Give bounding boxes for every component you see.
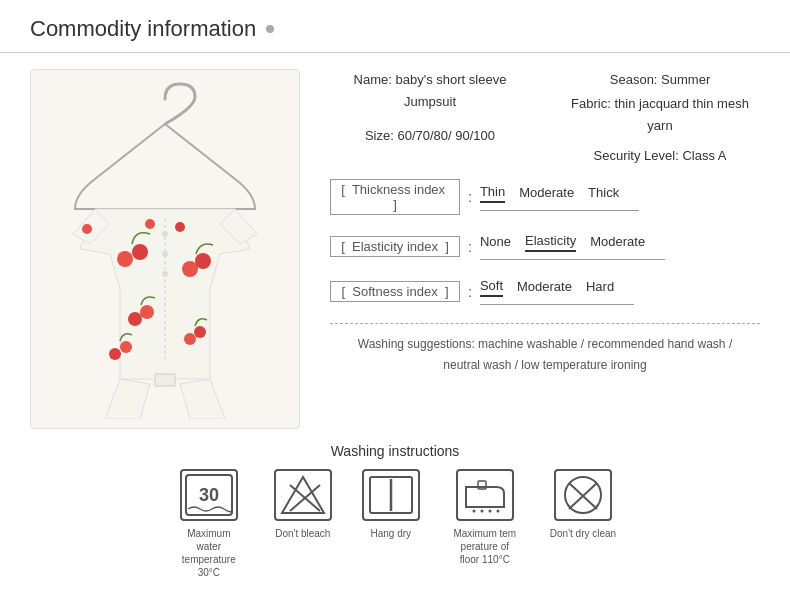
svg-point-11 bbox=[194, 326, 206, 338]
wash-hang-dry-label: Hang dry bbox=[371, 527, 412, 540]
svg-point-27 bbox=[480, 510, 483, 513]
thickness-opt-thin: Thin bbox=[480, 184, 505, 203]
fabric-line: Fabric: thin jacquard thin mesh yarn bbox=[560, 93, 760, 137]
svg-point-12 bbox=[109, 348, 121, 360]
security-line: Security Level: Class A bbox=[560, 145, 760, 167]
elasticity-index-label: [ Elasticity index ] bbox=[330, 236, 460, 257]
softness-bracket-close: ] bbox=[445, 284, 449, 299]
page-header: Commodity information bbox=[0, 0, 790, 53]
svg-point-10 bbox=[184, 333, 196, 345]
svg-rect-17 bbox=[155, 374, 175, 386]
softness-opt-hard: Hard bbox=[586, 279, 614, 296]
svg-point-29 bbox=[496, 510, 499, 513]
info-right: Season: Summer Fabric: thin jacquard thi… bbox=[560, 69, 760, 167]
name-value: baby's short sleeve Jumpsuit bbox=[396, 72, 507, 109]
wash-no-dry-clean-label: Don't dry clean bbox=[550, 527, 616, 540]
product-image-container bbox=[30, 69, 300, 429]
elasticity-label-text: Elasticity index bbox=[352, 239, 438, 254]
softness-opt-soft: Soft bbox=[480, 278, 503, 297]
wash-water-box: 30 bbox=[180, 469, 238, 521]
softness-colon: : bbox=[468, 284, 472, 300]
softness-bracket-open: [ bbox=[342, 284, 346, 299]
wash-icon-no-bleach: Don't bleach bbox=[274, 469, 332, 540]
wash-iron-label: Maximum tem perature of floor 110°C bbox=[450, 527, 520, 566]
wash-icon-hang-dry: Hang dry bbox=[362, 469, 420, 540]
elasticity-bracket-close: ] bbox=[445, 239, 449, 254]
thickness-label-text: Thickness index bbox=[352, 182, 445, 197]
svg-point-15 bbox=[145, 219, 155, 229]
washing-instructions-title: Washing instructions bbox=[30, 443, 760, 459]
product-name-line: Name: baby's short sleeve Jumpsuit bbox=[330, 69, 530, 113]
svg-point-13 bbox=[120, 341, 132, 353]
elasticity-index-row: [ Elasticity index ] : None Elasticity M… bbox=[330, 233, 760, 260]
name-label: Name: bbox=[354, 72, 392, 87]
svg-point-26 bbox=[472, 510, 475, 513]
product-image bbox=[31, 70, 299, 428]
wash-iron-box bbox=[456, 469, 514, 521]
svg-point-1 bbox=[162, 231, 168, 237]
elasticity-bracket-open: [ bbox=[341, 239, 345, 254]
wash-no-dry-clean-box bbox=[554, 469, 612, 521]
season-line: Season: Summer bbox=[560, 69, 760, 91]
svg-point-16 bbox=[175, 222, 185, 232]
wash-water-label: Maximum water temperature 30°C bbox=[174, 527, 244, 579]
info-panel: Name: baby's short sleeve Jumpsuit Size:… bbox=[320, 69, 760, 429]
thickness-index-label: [ Thickness index ] bbox=[330, 179, 460, 215]
size-label: Size: bbox=[365, 128, 394, 143]
softness-label-text: Softness index bbox=[352, 284, 437, 299]
wash-no-bleach-box bbox=[274, 469, 332, 521]
svg-point-2 bbox=[162, 251, 168, 257]
thickness-bracket-open: [ bbox=[341, 182, 345, 197]
fabric-label: Fabric: bbox=[571, 96, 611, 111]
thickness-options: Thin Moderate Thick bbox=[480, 184, 619, 207]
softness-options-container: Soft Moderate Hard bbox=[480, 278, 614, 305]
elasticity-options-container: None Elasticity Moderate bbox=[480, 233, 645, 260]
info-left: Name: baby's short sleeve Jumpsuit Size:… bbox=[330, 69, 530, 167]
index-section: [ Thickness index ] : Thin Moderate Thic… bbox=[330, 179, 760, 305]
security-value: Class A bbox=[682, 148, 726, 163]
fabric-value: thin jacquard thin mesh yarn bbox=[614, 96, 748, 133]
thickness-options-container: Thin Moderate Thick bbox=[480, 184, 619, 211]
elasticity-underline bbox=[480, 259, 665, 260]
thickness-opt-moderate: Moderate bbox=[519, 185, 574, 202]
washing-icons-row: 30 Maximum water temperature 30°C Don't … bbox=[30, 469, 760, 579]
wash-no-bleach-label: Don't bleach bbox=[275, 527, 330, 540]
elasticity-colon: : bbox=[468, 239, 472, 255]
svg-point-4 bbox=[117, 251, 133, 267]
softness-opt-moderate: Moderate bbox=[517, 279, 572, 296]
softness-index-label: [ Softness index ] bbox=[330, 281, 460, 302]
svg-point-14 bbox=[82, 224, 92, 234]
page-title: Commodity information bbox=[30, 16, 256, 42]
washing-instructions-section: Washing instructions 30 Maximum water te… bbox=[0, 443, 790, 579]
svg-text:30: 30 bbox=[199, 485, 219, 505]
elasticity-opt-elasticity: Elasticity bbox=[525, 233, 576, 252]
product-size-line: Size: 60/70/80/ 90/100 bbox=[330, 125, 530, 147]
softness-underline bbox=[480, 304, 634, 305]
header-dot bbox=[266, 25, 274, 33]
svg-point-9 bbox=[140, 305, 154, 319]
main-content: Name: baby's short sleeve Jumpsuit Size:… bbox=[0, 69, 790, 429]
thickness-bracket-close: ] bbox=[393, 197, 397, 212]
svg-point-8 bbox=[128, 312, 142, 326]
dashed-divider bbox=[330, 323, 760, 324]
softness-options: Soft Moderate Hard bbox=[480, 278, 614, 301]
elasticity-opt-none: None bbox=[480, 234, 511, 251]
elasticity-options: None Elasticity Moderate bbox=[480, 233, 645, 256]
size-value: 60/70/80/ 90/100 bbox=[397, 128, 495, 143]
wash-icon-iron: Maximum tem perature of floor 110°C bbox=[450, 469, 520, 566]
security-label: Security Level: bbox=[594, 148, 679, 163]
thickness-underline bbox=[480, 210, 639, 211]
thickness-opt-thick: Thick bbox=[588, 185, 619, 202]
svg-point-7 bbox=[195, 253, 211, 269]
thickness-index-row: [ Thickness index ] : Thin Moderate Thic… bbox=[330, 179, 760, 215]
svg-point-3 bbox=[162, 271, 168, 277]
season-value: Summer bbox=[661, 72, 710, 87]
svg-point-28 bbox=[488, 510, 491, 513]
wash-hang-dry-box bbox=[362, 469, 420, 521]
svg-point-5 bbox=[132, 244, 148, 260]
wash-icon-water: 30 Maximum water temperature 30°C bbox=[174, 469, 244, 579]
thickness-colon: : bbox=[468, 189, 472, 205]
softness-index-row: [ Softness index ] : Soft Moderate Hard bbox=[330, 278, 760, 305]
elasticity-opt-moderate: Moderate bbox=[590, 234, 645, 251]
wash-icon-no-dry-clean: Don't dry clean bbox=[550, 469, 616, 540]
